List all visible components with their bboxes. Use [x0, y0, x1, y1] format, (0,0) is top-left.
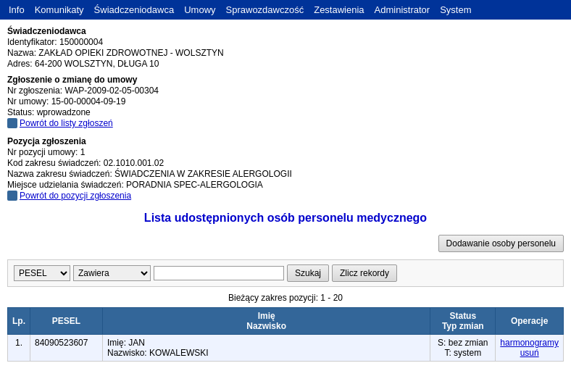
back-icon-pozycja: [7, 191, 17, 201]
menu-item-zestawienia[interactable]: Zestawienia: [309, 3, 368, 17]
count-button[interactable]: Zlicz rekordy: [332, 264, 397, 282]
pozycja-nazwa-zakresu: Nazwa zakresu świadczeń: ŚWIADCZENIA W Z…: [7, 169, 564, 179]
table-row: 1. 84090523607 Imię: JAN Nazwisko: KOWAL…: [8, 335, 564, 362]
add-person-button[interactable]: Dodawanie osoby personelu: [438, 235, 564, 252]
col-header-lp: Lp.: [8, 308, 30, 335]
menu-item-info[interactable]: Info: [4, 3, 29, 17]
range-text: Bieżący zakres pozycji: 1 - 20: [7, 293, 564, 303]
zgloszenie-nr: Nr zgłoszenia: WAP-2009-02-05-00304: [7, 86, 564, 96]
search-button[interactable]: Szukaj: [287, 264, 329, 282]
menu-item-sprawozdawczosc[interactable]: Sprawozdawczość: [222, 3, 309, 17]
provider-adres: Adres: 64-200 WOLSZTYN, DŁUGA 10: [7, 59, 564, 69]
zgloszenie-title: Zgłoszenie o zmianę do umowy: [7, 75, 137, 85]
menu-item-umowy[interactable]: Umowy: [180, 3, 220, 17]
zgloszenie-umowy: Nr umowy: 15-00-00004-09-19: [7, 96, 564, 107]
cell-pesel: 84090523607: [30, 335, 103, 362]
menu-item-administrator[interactable]: Administrator: [370, 3, 435, 17]
zgloszenie-back-link[interactable]: Powrót do listy zgłoszeń: [7, 118, 113, 128]
add-btn-area: Dodawanie osoby personelu: [7, 235, 564, 252]
cell-lp: 1.: [8, 335, 30, 362]
search-input[interactable]: [154, 266, 284, 280]
cell-operations: harmonogramy usuń: [496, 335, 564, 362]
usun-link[interactable]: usuń: [500, 348, 559, 358]
provider-nazwa: Nazwa: ZAKŁAD OPIEKI ZDROWOTNEJ - WOLSZT…: [7, 48, 564, 58]
provider-title: Świadczeniodawca: [7, 26, 86, 36]
harmonogramy-link[interactable]: harmonogramy: [500, 338, 559, 348]
filter-select[interactable]: PESELImięNazwisko: [14, 265, 70, 281]
main-content: Świadczeniodawca Identyfikator: 15000000…: [0, 20, 571, 367]
menu-item-komunikaty[interactable]: Komunikaty: [30, 3, 88, 17]
col-header-operacje: Operacje: [496, 308, 564, 335]
personnel-table: Lp. PESEL ImięNazwisko StatusTyp zmian O…: [7, 307, 564, 362]
col-header-pesel: PESEL: [30, 308, 103, 335]
pozycja-back-link[interactable]: Powrót do pozycji zgłoszenia: [7, 191, 131, 201]
pozycja-miejsce: Miejsce udzielania świadczeń: PORADNIA S…: [7, 180, 564, 190]
pozycja-section: Pozycja zgłoszenia Nr pozycji umowy: 1 K…: [7, 136, 564, 203]
menu-item-swiadczeniodawca[interactable]: Świadczeniodawca: [90, 3, 179, 17]
page-title: Lista udostępnionych osób personelu medy…: [7, 212, 564, 225]
menu-bar: Info Komunikaty Świadczeniodawca Umowy S…: [0, 0, 571, 20]
zgloszenie-back-link-container: Powrót do listy zgłoszeń: [7, 118, 564, 130]
search-bar: PESELImięNazwisko ZawieraRówna sięZaczyn…: [7, 259, 564, 287]
cell-name: Imię: JAN Nazwisko: KOWALEWSKI: [103, 335, 430, 362]
provider-identyfikator: Identyfikator: 150000004: [7, 37, 564, 47]
provider-section: Świadczeniodawca Identyfikator: 15000000…: [7, 26, 564, 69]
cell-status: S: bez zmianT: system: [430, 335, 496, 362]
menu-item-system[interactable]: System: [435, 3, 475, 17]
pozycja-title: Pozycja zgłoszenia: [7, 136, 86, 146]
col-header-name: ImięNazwisko: [103, 308, 430, 335]
pozycja-nr: Nr pozycji umowy: 1: [7, 147, 564, 157]
col-header-status: StatusTyp zmian: [430, 308, 496, 335]
back-icon-zgloszenie: [7, 118, 17, 128]
pozycja-kod: Kod zakresu świadczeń: 02.1010.001.02: [7, 158, 564, 168]
pozycja-back-link-container: Powrót do pozycji zgłoszenia: [7, 191, 564, 203]
condition-select[interactable]: ZawieraRówna sięZaczyna się od: [73, 265, 151, 281]
zgloszenie-section: Zgłoszenie o zmianę do umowy Nr zgłoszen…: [7, 75, 564, 130]
zgloszenie-status: Status: wprowadzone: [7, 107, 564, 117]
